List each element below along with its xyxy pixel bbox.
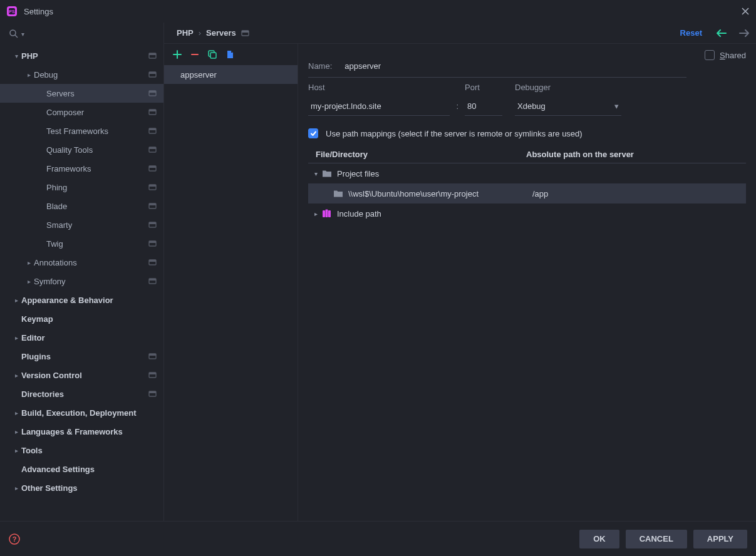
project-level-icon: [148, 371, 157, 379]
svg-rect-35: [149, 391, 156, 393]
breadcrumb-php[interactable]: PHP: [177, 28, 194, 38]
apply-button[interactable]: APPLY: [693, 530, 747, 548]
tree-item-quality-tools[interactable]: Quality Tools: [0, 140, 163, 159]
shared-checkbox[interactable]: SSharedhared: [705, 50, 746, 60]
tree-item-directories[interactable]: Directories: [0, 384, 163, 403]
copy-icon[interactable]: [208, 50, 217, 59]
server-list: appserver: [164, 65, 298, 521]
server-path[interactable]: /app: [524, 189, 746, 198]
server-item-appserver[interactable]: appserver: [164, 65, 298, 84]
checkbox-icon: [705, 50, 715, 60]
tree-item-version-control[interactable]: ▸Version Control: [0, 366, 163, 384]
tree-item-tools[interactable]: ▸Tools: [0, 441, 163, 460]
chevron-right-icon: ▸: [11, 334, 21, 341]
tree-item-label: Editor: [21, 333, 157, 342]
chevron-right-icon: ▸: [11, 409, 21, 416]
name-value[interactable]: appserver: [344, 61, 381, 71]
tree-item-symfony[interactable]: ▸Symfony: [0, 272, 163, 291]
path-mapping-row[interactable]: \\wsl$\Ubuntu\home\user\my-project /app: [308, 183, 746, 203]
host-input[interactable]: [308, 97, 450, 116]
tree-item-composer[interactable]: Composer: [0, 103, 163, 121]
chevron-right-icon: ▸: [11, 428, 21, 435]
project-level-icon: [148, 51, 157, 60]
tree-item-languages-frameworks[interactable]: ▸Languages & Frameworks: [0, 422, 163, 441]
tree-item-frameworks[interactable]: Frameworks: [0, 159, 163, 178]
import-icon[interactable]: [225, 50, 234, 59]
tree-item-appearance-behavior[interactable]: ▸Appearance & Behavior: [0, 291, 163, 309]
name-label: Name:: [308, 61, 332, 71]
tree-item-servers[interactable]: Servers: [0, 84, 163, 103]
tree-item-twig[interactable]: Twig: [0, 234, 163, 253]
help-icon[interactable]: ?: [9, 533, 20, 545]
ok-button[interactable]: OK: [579, 530, 619, 548]
tree-item-annotations[interactable]: ▸Annotations: [0, 253, 163, 272]
svg-rect-17: [149, 166, 156, 168]
svg-rect-27: [149, 260, 156, 262]
body-area: ▾ ▾PHP▸DebugServersComposerTest Framewor…: [0, 23, 756, 521]
window-title: Settings: [24, 7, 53, 16]
debugger-select[interactable]: Xdebug ▾: [515, 97, 621, 116]
tree-item-advanced-settings[interactable]: Advanced Settings: [0, 460, 163, 478]
svg-rect-39: [210, 53, 216, 58]
tree-item-keymap[interactable]: Keymap: [0, 309, 163, 328]
project-files-node[interactable]: ▾ Project files: [308, 163, 746, 183]
close-icon[interactable]: [741, 7, 750, 16]
tree-item-other-settings[interactable]: ▸Other Settings: [0, 478, 163, 497]
cancel-button[interactable]: CANCEL: [626, 530, 687, 548]
nav-back-icon[interactable]: [716, 29, 727, 37]
tree-item-php[interactable]: ▾PHP: [0, 46, 163, 65]
tree-item-label: Symfony: [34, 277, 148, 286]
host-label: Host: [308, 83, 450, 92]
svg-rect-42: [328, 210, 331, 217]
tree-item-label: Annotations: [34, 258, 148, 267]
tree-item-debug[interactable]: ▸Debug: [0, 65, 163, 84]
project-level-icon: [241, 29, 250, 38]
svg-rect-31: [149, 354, 156, 356]
search-row[interactable]: ▾: [0, 23, 163, 45]
chevron-right-icon: ▸: [312, 210, 319, 217]
tree-item-label: Composer: [46, 108, 148, 117]
include-path-node[interactable]: ▸ Include path: [308, 203, 746, 224]
include-path-label: Include path: [337, 209, 381, 219]
local-path: \\wsl$\Ubuntu\home\user\my-project: [348, 189, 524, 198]
add-icon[interactable]: [173, 50, 182, 59]
tree-item-label: Frameworks: [46, 164, 148, 173]
port-input[interactable]: [465, 97, 502, 116]
project-level-icon: [148, 389, 157, 398]
tree-item-label: Servers: [46, 89, 148, 98]
server-list-panel: appserver: [164, 44, 298, 521]
tree-item-test-frameworks[interactable]: Test Frameworks: [0, 121, 163, 140]
path-mapping-label: Use path mappings (select if the server …: [326, 129, 583, 138]
breadcrumb-servers: Servers: [206, 28, 236, 38]
chevron-right-icon: ▸: [11, 297, 21, 304]
tree-item-editor[interactable]: ▸Editor: [0, 328, 163, 347]
tree-item-label: Languages & Frameworks: [21, 427, 157, 436]
nav-forward-icon[interactable]: [738, 29, 750, 37]
chevron-right-icon: ▸: [24, 71, 34, 78]
project-level-icon: [148, 164, 157, 173]
project-level-icon: [148, 239, 157, 248]
tree-item-plugins[interactable]: Plugins: [0, 347, 163, 366]
svg-text:PS: PS: [9, 9, 15, 14]
svg-rect-41: [326, 210, 328, 218]
tree-item-label: Other Settings: [21, 483, 157, 493]
project-level-icon: [148, 352, 157, 361]
tree-item-blade[interactable]: Blade: [0, 197, 163, 215]
search-dropdown-icon: ▾: [21, 31, 24, 38]
tree-item-smarty[interactable]: Smarty: [0, 215, 163, 234]
reset-link[interactable]: Reset: [680, 28, 702, 38]
svg-rect-40: [323, 210, 325, 217]
shared-label: SSharedhared: [720, 51, 746, 60]
path-mapping-checkbox[interactable]: Use path mappings (select if the server …: [308, 128, 746, 138]
svg-rect-33: [149, 373, 156, 374]
tree-item-build-execution-deployment[interactable]: ▸Build, Execution, Deployment: [0, 403, 163, 422]
svg-rect-9: [149, 91, 156, 93]
tree-item-label: Directories: [21, 389, 148, 399]
breadcrumb-separator: ›: [199, 28, 201, 38]
project-level-icon: [148, 126, 157, 135]
tree-item-label: Tools: [21, 446, 157, 455]
remove-icon[interactable]: [190, 50, 199, 59]
tree-item-phing[interactable]: Phing: [0, 178, 163, 197]
svg-rect-23: [149, 222, 156, 224]
folder-icon: [322, 169, 332, 178]
